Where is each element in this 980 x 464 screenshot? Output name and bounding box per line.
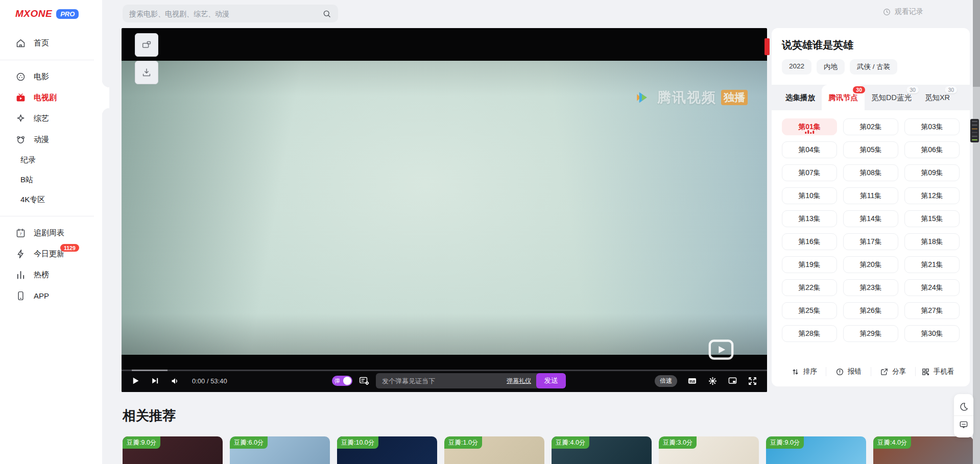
episode-button[interactable]: 第21集 — [904, 256, 960, 273]
episode-button[interactable]: 第28集 — [782, 325, 837, 342]
tab-label: 觅知DD蓝光 — [871, 93, 912, 103]
episode-button[interactable]: 第15集 — [904, 210, 960, 227]
episode-button[interactable]: 第27集 — [904, 302, 960, 319]
play-button[interactable] — [131, 376, 140, 386]
episode-button[interactable]: 第01集 — [782, 118, 837, 135]
episode-button[interactable]: 第23集 — [843, 279, 898, 296]
pip-icon[interactable] — [727, 376, 738, 386]
episode-button[interactable]: 第09集 — [904, 164, 960, 181]
sidebar-item-documentary[interactable]: 纪录 — [0, 150, 102, 170]
sidebar-item-anime[interactable]: 动漫 — [0, 129, 102, 150]
action-label: 手机看 — [934, 367, 954, 376]
sidebar-item-home[interactable]: 首页 — [0, 33, 102, 54]
episode-button[interactable]: 第18集 — [904, 233, 960, 250]
source-tabs: 选集播放 腾讯节点 30 觅知DD蓝光 30 觅知XR 30 — [772, 85, 970, 110]
sidebar-item-today-update[interactable]: 今日更新 1129 — [0, 243, 102, 264]
recommend-card[interactable]: 豆瓣:6.0分 — [230, 436, 330, 464]
episode-button[interactable]: 第07集 — [782, 164, 837, 181]
episode-button[interactable]: 第22集 — [782, 279, 837, 296]
controls-left: 0:00 / 53:40 — [131, 376, 227, 386]
episode-button[interactable]: 第29集 — [843, 325, 898, 342]
source-tab-2[interactable]: 觅知DD蓝光 30 — [865, 85, 918, 110]
tag-region[interactable]: 内地 — [817, 59, 845, 75]
sidebar-item-schedule[interactable]: 7 追剧周表 — [0, 223, 102, 243]
popout-window-button[interactable] — [135, 33, 158, 57]
recommend-card[interactable]: 豆瓣:3.0分 — [659, 436, 759, 464]
send-danmaku-button[interactable]: 发送 — [536, 373, 566, 388]
episode-button[interactable]: 第30集 — [904, 325, 960, 342]
recommend-card[interactable]: 豆瓣:10.0分 — [337, 436, 437, 464]
episode-button[interactable]: 第12集 — [904, 187, 960, 204]
next-episode-button[interactable] — [150, 376, 160, 385]
episode-button[interactable]: 第05集 — [843, 141, 898, 158]
source-tab-0[interactable]: 选集播放 — [779, 85, 822, 110]
logo[interactable]: MXONE PRO — [0, 0, 102, 19]
episode-button[interactable]: 第10集 — [782, 187, 837, 204]
feedback-button[interactable] — [954, 416, 973, 433]
share-button[interactable]: 分享 — [871, 367, 915, 376]
fullscreen-icon[interactable] — [747, 376, 758, 386]
sidebar-item-app[interactable]: APP — [0, 285, 102, 306]
download-button[interactable] — [135, 61, 158, 84]
tv-play-icon[interactable] — [707, 337, 735, 362]
controls-right: 倍速 — [655, 375, 758, 387]
action-label: 分享 — [892, 367, 906, 376]
episode-button[interactable]: 第06集 — [904, 141, 960, 158]
episode-button[interactable]: 第16集 — [782, 233, 837, 250]
danmaku-input[interactable] — [382, 377, 505, 385]
tab-label: 选集播放 — [785, 93, 815, 103]
playback-speed-button[interactable]: 倍速 — [655, 375, 677, 387]
recommend-card[interactable]: 豆瓣:9.0分 — [123, 436, 223, 464]
sidebar-item-4k-zone[interactable]: 4K专区 — [0, 190, 102, 210]
scrollbar-thumb[interactable] — [973, 0, 980, 87]
sidebar-item-variety[interactable]: 综艺 — [0, 108, 102, 129]
phone-icon — [15, 290, 26, 301]
main-area: 观看记录 腾讯视频 独播 — [102, 0, 980, 464]
danmaku-settings-icon[interactable] — [358, 375, 370, 386]
subtitle-icon[interactable] — [686, 376, 699, 386]
danmaku-etiquette-link[interactable]: 弹幕礼仪 — [507, 377, 531, 385]
dark-mode-button[interactable] — [959, 398, 969, 416]
episode-button[interactable]: 第08集 — [843, 164, 898, 181]
episode-button[interactable]: 第03集 — [904, 118, 960, 135]
sidebar-item-hot-rank[interactable]: 热榜 — [0, 264, 102, 285]
episode-label: 第17集 — [859, 237, 882, 247]
tag-year[interactable]: 2022 — [782, 59, 811, 75]
episode-button[interactable]: 第25集 — [782, 302, 837, 319]
episode-button[interactable]: 第11集 — [843, 187, 898, 204]
recommend-cards: 豆瓣:9.0分 豆瓣:6.0分 豆瓣:10.0分 豆瓣:1.0分 豆瓣:4.0分… — [123, 436, 973, 464]
source-tab-3[interactable]: 觅知XR 30 — [918, 85, 957, 110]
episode-button[interactable]: 第24集 — [904, 279, 960, 296]
episode-button[interactable]: 第19集 — [782, 256, 837, 273]
recommend-card[interactable]: 豆瓣:4.0分 — [552, 436, 652, 464]
action-label: 报错 — [848, 367, 862, 376]
recommend-card[interactable]: 豆瓣:9.0分 — [766, 436, 866, 464]
progress-bar[interactable] — [122, 370, 767, 371]
episode-button[interactable]: 第26集 — [843, 302, 898, 319]
scroll-minimap-widget[interactable] — [970, 119, 979, 142]
source-tab-1[interactable]: 腾讯节点 30 — [822, 85, 865, 110]
sidebar-item-movies[interactable]: 电影 — [0, 66, 102, 87]
tag-genres[interactable]: 武侠 / 古装 — [850, 59, 897, 75]
volume-button[interactable] — [170, 376, 180, 386]
report-button[interactable]: 报错 — [826, 367, 870, 376]
recommend-card[interactable]: 豆瓣:1.0分 — [444, 436, 544, 464]
episode-button[interactable]: 第13集 — [782, 210, 837, 227]
danmaku-toggle[interactable]: 弹 — [332, 376, 352, 386]
settings-gear-icon[interactable] — [707, 376, 718, 386]
search-input[interactable] — [129, 10, 322, 18]
search-icon[interactable] — [322, 9, 331, 18]
episode-button[interactable]: 第04集 — [782, 141, 837, 158]
episode-button[interactable]: 第17集 — [843, 233, 898, 250]
sort-button[interactable]: 排序 — [782, 367, 826, 376]
page-scrollbar[interactable] — [973, 0, 980, 464]
mobile-button[interactable]: 手机看 — [915, 367, 960, 376]
episode-button[interactable]: 第20集 — [843, 256, 898, 273]
sidebar-item-tv-series[interactable]: 电视剧 — [0, 87, 102, 108]
episode-button[interactable]: 第02集 — [843, 118, 898, 135]
watch-history-button[interactable]: 观看记录 — [882, 7, 923, 16]
sidebar-item-bilibili[interactable]: B站 — [0, 170, 102, 190]
recommend-card[interactable]: 豆瓣:4.0分 — [873, 436, 973, 464]
video-player[interactable]: 腾讯视频 独播 0:00 / 53:40 — [122, 28, 767, 392]
episode-button[interactable]: 第14集 — [843, 210, 898, 227]
